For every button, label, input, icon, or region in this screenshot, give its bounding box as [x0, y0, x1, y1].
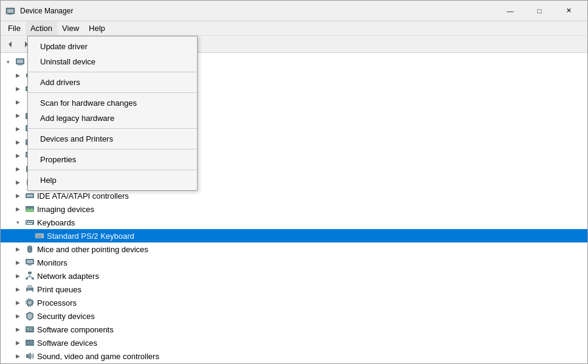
svg-rect-62	[28, 289, 29, 289]
tree-item-network[interactable]: ▶ Network adapters	[1, 269, 587, 283]
menu-add-legacy[interactable]: Add legacy hardware	[28, 111, 197, 126]
svg-rect-75	[30, 328, 33, 328]
expand-hid[interactable]: ▶	[13, 177, 22, 187]
tree-item-processors[interactable]: ▶ Processors	[1, 296, 587, 309]
print-label: Print queues	[37, 285, 81, 294]
software-comp-label: Software components	[37, 325, 114, 334]
tree-item-monitors[interactable]: ▶ Monitors	[1, 256, 587, 269]
security-label: Security devices	[37, 312, 95, 321]
menu-file[interactable]: File	[3, 22, 26, 35]
software-dev-label: Software devices	[37, 338, 97, 348]
action-dropdown-menu: Update driver Uninstall device Add drive…	[27, 36, 198, 191]
tree-item-ide[interactable]: ▶ IDE ATA/ATAPI controllers	[1, 189, 587, 202]
expand-imaging[interactable]: ▶	[13, 204, 22, 214]
expand-bluetooth[interactable]: ▶	[13, 97, 22, 107]
svg-rect-46	[36, 236, 42, 238]
menu-help-item[interactable]: Help	[28, 173, 197, 188]
tree-item-print[interactable]: ▶ Print queues	[1, 283, 587, 296]
ide-icon	[25, 191, 35, 201]
expand-software-comp[interactable]: ▶	[13, 325, 22, 334]
svg-rect-74	[27, 328, 29, 329]
tree-item-software-comp[interactable]: ▶ Software components	[1, 323, 587, 336]
expand-network[interactable]: ▶	[13, 271, 22, 281]
menu-view[interactable]: View	[57, 22, 84, 35]
tree-item-ps2-keyboard[interactable]: Standard PS/2 Keyboard	[1, 229, 587, 242]
svg-rect-68	[33, 303, 34, 304]
network-label: Network adapters	[37, 272, 99, 281]
printer-icon	[25, 284, 35, 294]
expand-cameras[interactable]: ▶	[13, 111, 22, 120]
svg-rect-54	[26, 278, 28, 280]
svg-rect-35	[26, 220, 34, 225]
tree-item-keyboards[interactable]: ▾ Keyboards	[1, 216, 587, 229]
expand-ps2	[22, 231, 32, 241]
expand-sound[interactable]: ▶	[13, 351, 22, 361]
menu-help[interactable]: Help	[84, 22, 110, 35]
svg-marker-81	[28, 352, 31, 360]
monitors-icon	[25, 258, 35, 267]
imaging-label: Imaging devices	[37, 205, 94, 214]
expand-display[interactable]: ▶	[13, 151, 22, 160]
svg-rect-52	[28, 264, 32, 266]
svg-rect-55	[32, 278, 34, 280]
mice-icon	[25, 244, 35, 254]
tree-item-security[interactable]: ▶ Security devices	[1, 309, 587, 323]
toolbar-back-btn[interactable]	[3, 37, 18, 52]
minimize-button[interactable]: —	[496, 1, 524, 21]
separator-5	[28, 170, 197, 170]
expand-keyboards[interactable]: ▾	[13, 218, 22, 227]
svg-marker-3	[9, 41, 12, 47]
expand-batteries[interactable]: ▶	[13, 84, 22, 94]
separator-1	[28, 72, 197, 72]
svg-rect-61	[27, 290, 32, 293]
svg-rect-7	[18, 64, 22, 66]
expand-security[interactable]: ▶	[13, 311, 22, 321]
svg-rect-42	[36, 235, 37, 236]
tree-item-sound[interactable]: ▶ Sound, video and game controllers	[1, 349, 587, 363]
tree-item-imaging[interactable]: ▶ Imaging devices	[1, 202, 587, 216]
expand-disk[interactable]: ▶	[13, 137, 22, 147]
menu-action[interactable]: Action	[26, 22, 57, 35]
svg-rect-53	[28, 272, 32, 274]
network-icon	[25, 271, 35, 281]
main-window: Device Manager — □ ✕ File Action View He…	[0, 0, 588, 364]
expand-processors[interactable]: ▶	[13, 298, 22, 307]
svg-rect-60	[27, 285, 32, 288]
mice-label: Mice and other pointing devices	[37, 245, 148, 254]
expand-root[interactable]: ▾	[3, 57, 13, 67]
expand-mice[interactable]: ▶	[13, 244, 22, 254]
svg-line-58	[30, 276, 33, 278]
expand-software-dev[interactable]: ▶	[13, 338, 22, 348]
svg-rect-45	[41, 235, 43, 236]
tree-item-software-dev[interactable]: ▶ </> Software devices	[1, 336, 587, 349]
svg-line-57	[27, 276, 30, 278]
svg-rect-76	[30, 329, 32, 329]
expand-firmware[interactable]: ▶	[13, 164, 22, 174]
menu-update-driver[interactable]: Update driver	[28, 39, 197, 54]
expand-audio[interactable]: ▶	[13, 70, 22, 80]
expand-print[interactable]: ▶	[13, 284, 22, 294]
menu-devices-printers[interactable]: Devices and Printers	[28, 131, 197, 146]
expand-computer[interactable]: ▶	[13, 124, 22, 134]
imaging-icon	[25, 204, 35, 214]
menu-scan-hardware[interactable]: Scan for hardware changes	[28, 95, 197, 111]
svg-rect-51	[27, 260, 33, 263]
maximize-button[interactable]: □	[525, 1, 553, 21]
svg-rect-39	[32, 221, 33, 222]
menu-bar: File Action View Help Update driver Unin…	[1, 21, 587, 36]
svg-point-49	[29, 250, 31, 252]
expand-ide[interactable]: ▶	[13, 191, 22, 201]
menu-add-drivers[interactable]: Add drivers	[28, 75, 197, 90]
window-title: Device Manager	[20, 7, 496, 15]
menu-uninstall-device[interactable]: Uninstall device	[28, 54, 197, 69]
svg-rect-72	[30, 306, 31, 307]
menu-properties[interactable]: Properties	[28, 152, 197, 167]
close-button[interactable]: ✕	[555, 1, 583, 21]
tree-item-mice[interactable]: ▶ Mice and other pointing devices	[1, 242, 587, 256]
security-icon	[25, 311, 35, 321]
separator-4	[28, 149, 197, 149]
keyboards-icon	[25, 218, 35, 227]
processor-icon	[25, 298, 35, 307]
svg-rect-44	[40, 235, 41, 236]
expand-monitors[interactable]: ▶	[13, 258, 22, 267]
